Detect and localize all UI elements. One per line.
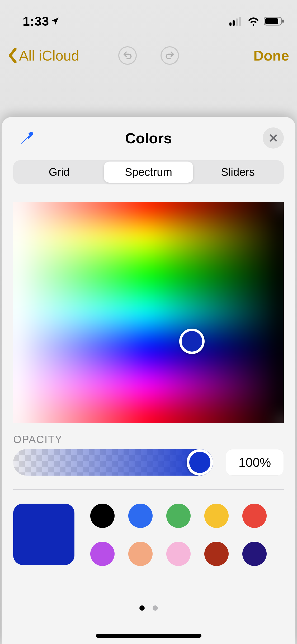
svg-rect-6 bbox=[282, 20, 284, 23]
pager-dot bbox=[139, 605, 145, 611]
sheet-title: Colors bbox=[125, 130, 172, 147]
tab-label: Sliders bbox=[221, 166, 255, 178]
chevron-left-icon bbox=[8, 48, 17, 63]
swatch-green[interactable] bbox=[166, 504, 191, 528]
redo-button[interactable] bbox=[161, 46, 179, 65]
tab-sliders[interactable]: Sliders bbox=[193, 162, 282, 183]
swatch-pager[interactable] bbox=[2, 605, 295, 611]
swatch-black[interactable] bbox=[90, 504, 115, 528]
spectrum-field[interactable] bbox=[13, 202, 284, 423]
done-label: Done bbox=[253, 48, 289, 63]
svg-rect-3 bbox=[239, 17, 241, 26]
spectrum-loupe[interactable] bbox=[179, 329, 205, 354]
swatch-red[interactable] bbox=[242, 504, 267, 528]
back-label: All iCloud bbox=[19, 47, 79, 64]
tab-label: Grid bbox=[49, 166, 69, 178]
wifi-icon bbox=[247, 16, 260, 26]
tab-spectrum[interactable]: Spectrum bbox=[104, 162, 193, 183]
svg-rect-5 bbox=[265, 18, 278, 24]
opacity-readout[interactable]: 100% bbox=[226, 449, 284, 476]
swatch-pink[interactable] bbox=[166, 542, 191, 566]
opacity-value: 100% bbox=[239, 455, 271, 470]
svg-rect-1 bbox=[233, 20, 235, 26]
back-button[interactable]: All iCloud bbox=[8, 47, 79, 64]
swatch-indigo[interactable] bbox=[242, 542, 267, 566]
swatch-grid bbox=[90, 504, 267, 566]
undo-icon bbox=[122, 50, 133, 61]
swatch-yellow[interactable] bbox=[204, 504, 229, 528]
swatch-brown[interactable] bbox=[204, 542, 229, 566]
undo-button[interactable] bbox=[118, 46, 137, 65]
location-icon bbox=[50, 16, 60, 26]
status-bar: 1:33 bbox=[0, 11, 297, 32]
color-picker-sheet: Colors Grid Spectrum Sliders OPACITY 100… bbox=[2, 117, 295, 644]
done-button[interactable]: Done bbox=[253, 47, 289, 64]
picker-mode-segmented[interactable]: Grid Spectrum Sliders bbox=[13, 160, 284, 184]
pager-dot bbox=[153, 605, 158, 611]
redo-icon bbox=[164, 50, 175, 61]
swatch-blue[interactable] bbox=[128, 504, 153, 528]
eyedropper-button[interactable] bbox=[18, 130, 35, 148]
opacity-label: OPACITY bbox=[13, 434, 284, 445]
swatch-purple[interactable] bbox=[90, 542, 115, 566]
battery-icon bbox=[264, 16, 284, 26]
opacity-knob[interactable] bbox=[187, 449, 213, 476]
divider bbox=[13, 489, 284, 490]
opacity-slider[interactable] bbox=[13, 449, 213, 476]
status-time: 1:33 bbox=[23, 14, 49, 29]
close-button[interactable] bbox=[263, 127, 284, 149]
cellular-icon bbox=[229, 17, 243, 26]
swatch-peach[interactable] bbox=[128, 542, 153, 566]
home-indicator[interactable] bbox=[96, 634, 201, 638]
eyedropper-icon bbox=[18, 130, 35, 146]
svg-rect-0 bbox=[229, 22, 232, 26]
tab-grid[interactable]: Grid bbox=[15, 162, 104, 183]
svg-rect-2 bbox=[236, 19, 238, 26]
notes-nav: All iCloud Done bbox=[0, 40, 297, 71]
tab-label: Spectrum bbox=[125, 166, 172, 178]
close-icon bbox=[268, 133, 278, 143]
current-color-swatch[interactable] bbox=[13, 504, 74, 565]
